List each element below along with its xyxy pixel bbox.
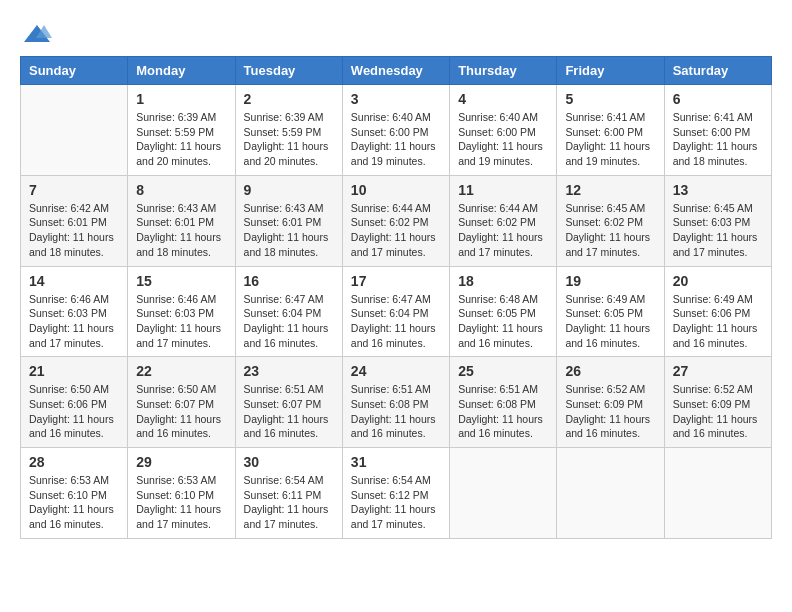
calendar-day-cell: 4Sunrise: 6:40 AM Sunset: 6:00 PM Daylig… bbox=[450, 85, 557, 176]
calendar-header-row: SundayMondayTuesdayWednesdayThursdayFrid… bbox=[21, 57, 772, 85]
day-number: 8 bbox=[136, 182, 226, 198]
day-info: Sunrise: 6:47 AM Sunset: 6:04 PM Dayligh… bbox=[244, 292, 334, 351]
day-number: 28 bbox=[29, 454, 119, 470]
day-number: 26 bbox=[565, 363, 655, 379]
calendar-day-cell: 2Sunrise: 6:39 AM Sunset: 5:59 PM Daylig… bbox=[235, 85, 342, 176]
day-info: Sunrise: 6:44 AM Sunset: 6:02 PM Dayligh… bbox=[351, 201, 441, 260]
calendar-day-cell: 26Sunrise: 6:52 AM Sunset: 6:09 PM Dayli… bbox=[557, 357, 664, 448]
calendar-day-cell: 3Sunrise: 6:40 AM Sunset: 6:00 PM Daylig… bbox=[342, 85, 449, 176]
day-info: Sunrise: 6:51 AM Sunset: 6:07 PM Dayligh… bbox=[244, 382, 334, 441]
day-number: 25 bbox=[458, 363, 548, 379]
weekday-header: Tuesday bbox=[235, 57, 342, 85]
calendar-day-cell bbox=[664, 448, 771, 539]
calendar-week-row: 1Sunrise: 6:39 AM Sunset: 5:59 PM Daylig… bbox=[21, 85, 772, 176]
calendar-day-cell: 10Sunrise: 6:44 AM Sunset: 6:02 PM Dayli… bbox=[342, 175, 449, 266]
day-number: 19 bbox=[565, 273, 655, 289]
calendar-day-cell: 25Sunrise: 6:51 AM Sunset: 6:08 PM Dayli… bbox=[450, 357, 557, 448]
day-number: 27 bbox=[673, 363, 763, 379]
calendar-day-cell: 17Sunrise: 6:47 AM Sunset: 6:04 PM Dayli… bbox=[342, 266, 449, 357]
day-info: Sunrise: 6:49 AM Sunset: 6:06 PM Dayligh… bbox=[673, 292, 763, 351]
day-info: Sunrise: 6:42 AM Sunset: 6:01 PM Dayligh… bbox=[29, 201, 119, 260]
calendar-day-cell: 27Sunrise: 6:52 AM Sunset: 6:09 PM Dayli… bbox=[664, 357, 771, 448]
calendar-day-cell bbox=[450, 448, 557, 539]
calendar-day-cell: 21Sunrise: 6:50 AM Sunset: 6:06 PM Dayli… bbox=[21, 357, 128, 448]
day-info: Sunrise: 6:53 AM Sunset: 6:10 PM Dayligh… bbox=[29, 473, 119, 532]
logo bbox=[20, 20, 52, 46]
calendar-day-cell: 18Sunrise: 6:48 AM Sunset: 6:05 PM Dayli… bbox=[450, 266, 557, 357]
day-number: 5 bbox=[565, 91, 655, 107]
calendar-day-cell: 5Sunrise: 6:41 AM Sunset: 6:00 PM Daylig… bbox=[557, 85, 664, 176]
day-info: Sunrise: 6:45 AM Sunset: 6:03 PM Dayligh… bbox=[673, 201, 763, 260]
logo-icon bbox=[22, 20, 52, 50]
weekday-header: Monday bbox=[128, 57, 235, 85]
day-info: Sunrise: 6:45 AM Sunset: 6:02 PM Dayligh… bbox=[565, 201, 655, 260]
day-number: 31 bbox=[351, 454, 441, 470]
weekday-header: Friday bbox=[557, 57, 664, 85]
calendar-day-cell: 15Sunrise: 6:46 AM Sunset: 6:03 PM Dayli… bbox=[128, 266, 235, 357]
calendar-day-cell: 23Sunrise: 6:51 AM Sunset: 6:07 PM Dayli… bbox=[235, 357, 342, 448]
day-info: Sunrise: 6:53 AM Sunset: 6:10 PM Dayligh… bbox=[136, 473, 226, 532]
day-info: Sunrise: 6:43 AM Sunset: 6:01 PM Dayligh… bbox=[136, 201, 226, 260]
day-info: Sunrise: 6:40 AM Sunset: 6:00 PM Dayligh… bbox=[458, 110, 548, 169]
calendar-day-cell: 29Sunrise: 6:53 AM Sunset: 6:10 PM Dayli… bbox=[128, 448, 235, 539]
day-info: Sunrise: 6:39 AM Sunset: 5:59 PM Dayligh… bbox=[136, 110, 226, 169]
day-info: Sunrise: 6:51 AM Sunset: 6:08 PM Dayligh… bbox=[351, 382, 441, 441]
calendar-day-cell: 11Sunrise: 6:44 AM Sunset: 6:02 PM Dayli… bbox=[450, 175, 557, 266]
day-number: 20 bbox=[673, 273, 763, 289]
calendar-day-cell bbox=[21, 85, 128, 176]
day-number: 1 bbox=[136, 91, 226, 107]
calendar-day-cell: 24Sunrise: 6:51 AM Sunset: 6:08 PM Dayli… bbox=[342, 357, 449, 448]
day-number: 11 bbox=[458, 182, 548, 198]
calendar-day-cell: 6Sunrise: 6:41 AM Sunset: 6:00 PM Daylig… bbox=[664, 85, 771, 176]
page-header bbox=[20, 20, 772, 46]
weekday-header: Thursday bbox=[450, 57, 557, 85]
weekday-header: Sunday bbox=[21, 57, 128, 85]
day-number: 4 bbox=[458, 91, 548, 107]
day-number: 10 bbox=[351, 182, 441, 198]
day-number: 9 bbox=[244, 182, 334, 198]
day-info: Sunrise: 6:49 AM Sunset: 6:05 PM Dayligh… bbox=[565, 292, 655, 351]
day-number: 24 bbox=[351, 363, 441, 379]
day-number: 6 bbox=[673, 91, 763, 107]
day-number: 13 bbox=[673, 182, 763, 198]
calendar-day-cell: 31Sunrise: 6:54 AM Sunset: 6:12 PM Dayli… bbox=[342, 448, 449, 539]
weekday-header: Wednesday bbox=[342, 57, 449, 85]
day-info: Sunrise: 6:54 AM Sunset: 6:11 PM Dayligh… bbox=[244, 473, 334, 532]
day-number: 14 bbox=[29, 273, 119, 289]
day-info: Sunrise: 6:51 AM Sunset: 6:08 PM Dayligh… bbox=[458, 382, 548, 441]
calendar-day-cell: 9Sunrise: 6:43 AM Sunset: 6:01 PM Daylig… bbox=[235, 175, 342, 266]
calendar-day-cell: 13Sunrise: 6:45 AM Sunset: 6:03 PM Dayli… bbox=[664, 175, 771, 266]
calendar-day-cell: 28Sunrise: 6:53 AM Sunset: 6:10 PM Dayli… bbox=[21, 448, 128, 539]
day-number: 12 bbox=[565, 182, 655, 198]
calendar-day-cell: 14Sunrise: 6:46 AM Sunset: 6:03 PM Dayli… bbox=[21, 266, 128, 357]
calendar-day-cell: 30Sunrise: 6:54 AM Sunset: 6:11 PM Dayli… bbox=[235, 448, 342, 539]
calendar-day-cell: 12Sunrise: 6:45 AM Sunset: 6:02 PM Dayli… bbox=[557, 175, 664, 266]
day-info: Sunrise: 6:46 AM Sunset: 6:03 PM Dayligh… bbox=[136, 292, 226, 351]
day-info: Sunrise: 6:50 AM Sunset: 6:06 PM Dayligh… bbox=[29, 382, 119, 441]
day-number: 15 bbox=[136, 273, 226, 289]
calendar-week-row: 7Sunrise: 6:42 AM Sunset: 6:01 PM Daylig… bbox=[21, 175, 772, 266]
day-number: 18 bbox=[458, 273, 548, 289]
day-info: Sunrise: 6:43 AM Sunset: 6:01 PM Dayligh… bbox=[244, 201, 334, 260]
day-number: 16 bbox=[244, 273, 334, 289]
day-info: Sunrise: 6:44 AM Sunset: 6:02 PM Dayligh… bbox=[458, 201, 548, 260]
weekday-header: Saturday bbox=[664, 57, 771, 85]
day-info: Sunrise: 6:48 AM Sunset: 6:05 PM Dayligh… bbox=[458, 292, 548, 351]
day-number: 23 bbox=[244, 363, 334, 379]
day-number: 2 bbox=[244, 91, 334, 107]
day-number: 29 bbox=[136, 454, 226, 470]
day-info: Sunrise: 6:52 AM Sunset: 6:09 PM Dayligh… bbox=[673, 382, 763, 441]
calendar-day-cell: 16Sunrise: 6:47 AM Sunset: 6:04 PM Dayli… bbox=[235, 266, 342, 357]
day-info: Sunrise: 6:50 AM Sunset: 6:07 PM Dayligh… bbox=[136, 382, 226, 441]
day-info: Sunrise: 6:41 AM Sunset: 6:00 PM Dayligh… bbox=[673, 110, 763, 169]
day-number: 3 bbox=[351, 91, 441, 107]
day-info: Sunrise: 6:41 AM Sunset: 6:00 PM Dayligh… bbox=[565, 110, 655, 169]
day-number: 22 bbox=[136, 363, 226, 379]
calendar-week-row: 14Sunrise: 6:46 AM Sunset: 6:03 PM Dayli… bbox=[21, 266, 772, 357]
calendar-day-cell: 7Sunrise: 6:42 AM Sunset: 6:01 PM Daylig… bbox=[21, 175, 128, 266]
day-info: Sunrise: 6:47 AM Sunset: 6:04 PM Dayligh… bbox=[351, 292, 441, 351]
day-info: Sunrise: 6:39 AM Sunset: 5:59 PM Dayligh… bbox=[244, 110, 334, 169]
day-info: Sunrise: 6:52 AM Sunset: 6:09 PM Dayligh… bbox=[565, 382, 655, 441]
calendar-week-row: 21Sunrise: 6:50 AM Sunset: 6:06 PM Dayli… bbox=[21, 357, 772, 448]
day-number: 30 bbox=[244, 454, 334, 470]
